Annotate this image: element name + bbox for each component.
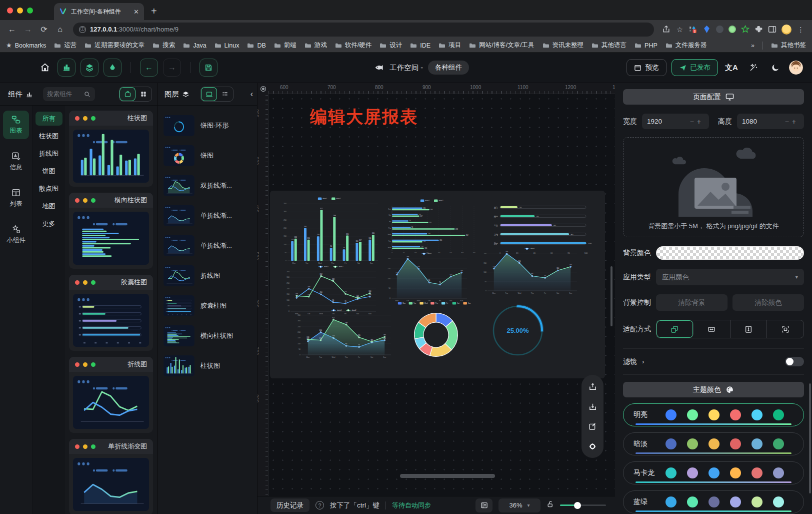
unlock-icon[interactable]: [546, 500, 554, 510]
single-view-toggle-button[interactable]: [120, 87, 136, 101]
bookmark-item[interactable]: 软件/硬件: [335, 41, 372, 50]
filter-expand-icon[interactable]: ›: [642, 358, 644, 365]
zoom-slider[interactable]: [560, 502, 606, 509]
address-bar[interactable]: ⓘ 127.0.0.1:3000/#/chart/home/9: [73, 23, 654, 37]
background-upload-dropzone[interactable]: 背景图需小于 5M， 格式为 png/jpg/gif 的文件: [623, 137, 804, 237]
canvas-vertical-scrollbar[interactable]: [610, 266, 612, 326]
import-icon[interactable]: [585, 399, 600, 414]
bookmark-item[interactable]: Linux: [214, 42, 240, 49]
other-bookmarks-button[interactable]: 其他书签: [771, 41, 806, 50]
width-minus-plus-icons[interactable]: −+: [690, 118, 704, 126]
fit-width-button[interactable]: [694, 320, 730, 338]
component-search[interactable]: [43, 87, 95, 101]
sidebar-nav-item-3[interactable]: 列表: [3, 184, 29, 212]
component-card[interactable]: 横向柱状图: [69, 193, 153, 269]
browser-menu-icon[interactable]: ⋮: [796, 25, 805, 34]
canvas-chart-single-line[interactable]: data1050100150200MonTueWedThuFriSatSun12…: [383, 251, 471, 304]
fit-stretch-button[interactable]: [767, 320, 804, 338]
app-home-icon[interactable]: [38, 60, 52, 75]
filter-toggle[interactable]: [785, 357, 804, 366]
category-item[interactable]: 更多: [36, 217, 62, 231]
width-stepper[interactable]: 1920−+: [642, 114, 709, 129]
edit-icon[interactable]: [585, 419, 600, 434]
dashboard-panel[interactable]: data1data2050100150200250300350MonTueWed…: [270, 191, 605, 378]
export-icon[interactable]: [585, 379, 600, 394]
browser-tab[interactable]: 工作空间-各种组件 ✕: [54, 3, 144, 20]
component-search-input[interactable]: [47, 91, 82, 98]
ruler-corner-eye-icon[interactable]: [258, 83, 268, 94]
bookmarks-root[interactable]: ★Bookmarks: [6, 42, 46, 49]
share-icon[interactable]: [662, 25, 670, 34]
undo-button[interactable]: ←: [140, 59, 158, 77]
collapse-panel-icon[interactable]: ‹: [250, 90, 253, 99]
canvas-chart-grouped-bar[interactable]: data1data2050100150200250300350MonTueWed…: [279, 196, 380, 267]
component-card[interactable]: 单折线渐变图: [69, 439, 153, 514]
canvas-chart-single-line-area[interactable]: data1050100150200MonTueWedThuFriSatSun12…: [479, 246, 581, 297]
bookmark-item[interactable]: 文件服务器: [666, 41, 707, 50]
canvas-chart-horizontal-bar[interactable]: data1data2050100150200250300350Sun130160…: [382, 198, 482, 256]
layer-item[interactable]: 柱状图: [158, 351, 257, 381]
panel-scrollbar[interactable]: [809, 383, 811, 493]
back-icon[interactable]: ←: [5, 23, 19, 37]
bookmark-item[interactable]: 其他语言: [592, 41, 626, 50]
layer-item[interactable]: 横向柱状图: [158, 321, 257, 351]
layer-item[interactable]: 双折线渐...: [158, 171, 257, 201]
canvas-chart-gradient-area[interactable]: data1data2050100150200250300350MonTueWed…: [293, 307, 395, 361]
category-item[interactable]: 散点图: [36, 182, 62, 196]
extension-dark-icon[interactable]: [716, 26, 724, 33]
bookmark-item[interactable]: IDE: [410, 42, 430, 49]
category-item[interactable]: 饼图: [36, 164, 62, 178]
reload-icon[interactable]: ⟳: [37, 23, 51, 37]
zoom-level-select[interactable]: 36%▾: [498, 498, 540, 512]
sidebar-nav-item-1[interactable]: 图表: [3, 111, 29, 139]
layer-item[interactable]: 折线图: [158, 261, 257, 291]
bookmark-item[interactable]: 运营: [54, 41, 76, 50]
height-stepper[interactable]: 1080−+: [737, 114, 804, 129]
details-panel-toggle-button[interactable]: [104, 59, 122, 77]
canvas-horizontal-scrollbar[interactable]: [400, 474, 495, 478]
height-minus-plus-icons[interactable]: −+: [785, 118, 799, 126]
bookmarks-overflow-button[interactable]: »: [751, 42, 754, 49]
category-item[interactable]: 折线图: [36, 147, 62, 161]
minimize-window-icon[interactable]: [17, 8, 23, 14]
bg-color-swatch[interactable]: [656, 246, 804, 260]
user-avatar[interactable]: [789, 61, 803, 75]
component-card[interactable]: 折线图: [69, 357, 153, 433]
component-card[interactable]: 胶囊柱图: [69, 275, 153, 351]
thumbnail-view-toggle-button[interactable]: [201, 87, 217, 101]
theme-row[interactable]: 暗淡: [623, 432, 804, 455]
canvas-chart-progress[interactable]: 25.00%: [488, 301, 547, 360]
home-icon[interactable]: ⌂: [53, 23, 67, 37]
close-window-icon[interactable]: [7, 8, 13, 14]
settings-gear-icon[interactable]: [585, 439, 600, 454]
theme-row[interactable]: 蓝绿: [623, 490, 804, 513]
history-button[interactable]: 历史记录: [270, 498, 310, 512]
tab-close-icon[interactable]: ✕: [134, 8, 139, 16]
dark-mode-moon-icon[interactable]: [767, 59, 784, 76]
preview-button[interactable]: 预览: [626, 59, 666, 76]
maximize-window-icon[interactable]: [27, 8, 33, 14]
bookmark-item[interactable]: PHP: [634, 42, 658, 49]
list-view-toggle-button[interactable]: [217, 87, 233, 101]
canvas-area[interactable]: 6007008009001000110012001300 20030040050…: [258, 83, 615, 514]
sidebar-nav-item-4[interactable]: 小组件: [3, 220, 29, 249]
zoom-slider-thumb[interactable]: [574, 502, 581, 509]
bookmark-item[interactable]: Java: [183, 42, 206, 49]
bookmark-item[interactable]: 资讯未整理: [542, 41, 584, 50]
magic-wand-icon[interactable]: [745, 59, 762, 76]
clear-color-button[interactable]: 清除颜色: [732, 294, 804, 311]
layers-panel-toggle-button[interactable]: [80, 59, 98, 77]
component-card[interactable]: 柱状图: [69, 111, 153, 187]
extensions-puzzle-icon[interactable]: [754, 25, 763, 34]
sidebar-toggle-icon[interactable]: [768, 25, 776, 34]
window-controls[interactable]: [0, 8, 40, 20]
bookmark-star-icon[interactable]: ☆: [676, 25, 684, 34]
bookmark-item[interactable]: 近期需要读的文章: [84, 41, 144, 50]
extension-green-icon[interactable]: [728, 26, 736, 33]
save-button[interactable]: [200, 59, 218, 77]
language-switch-button[interactable]: 文A: [723, 59, 740, 76]
redo-button[interactable]: →: [163, 59, 181, 77]
category-item[interactable]: 柱状图: [36, 129, 62, 143]
bookmark-item[interactable]: 项目: [438, 41, 461, 50]
layer-item[interactable]: 饼图: [158, 141, 257, 171]
